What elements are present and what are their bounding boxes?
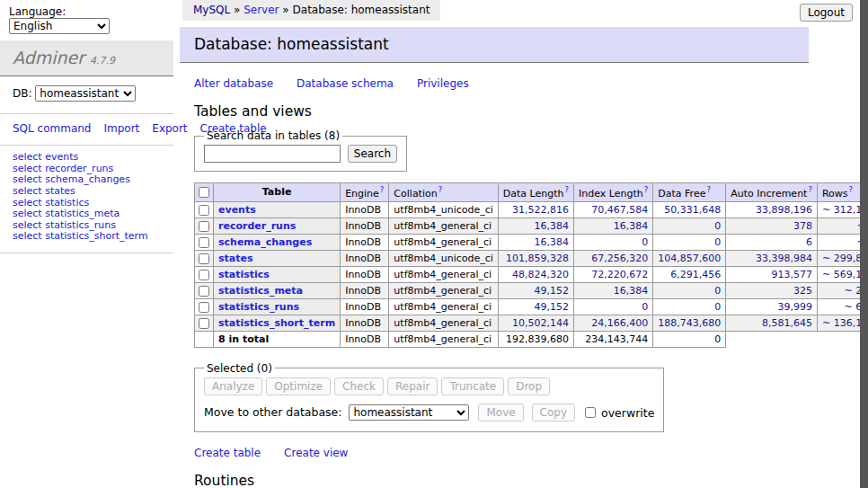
help-link[interactable]: ? xyxy=(706,185,711,194)
optimize-button[interactable]: Optimize xyxy=(266,377,331,395)
data-free-cell: 0 xyxy=(653,217,726,234)
data-length-cell: 48,824,320 xyxy=(498,266,573,282)
row-checkbox[interactable] xyxy=(199,286,209,297)
collation-cell: utf8mb4_general_ci xyxy=(389,282,498,298)
sidebar-table-list: select eventsselect recorder_runsselect … xyxy=(0,146,173,253)
copy-button[interactable]: Copy xyxy=(532,404,575,421)
row-checkbox[interactable] xyxy=(199,318,209,329)
language-form: Language: English xyxy=(0,0,173,40)
main-content: Database: homeassistant Alter databaseDa… xyxy=(180,27,809,488)
collation-cell: utf8mb4_general_ci xyxy=(389,266,498,282)
auto-increment-cell: 325 xyxy=(726,282,818,298)
help-link[interactable]: ? xyxy=(380,185,385,194)
help-link[interactable]: ? xyxy=(565,185,570,194)
row-checkbox[interactable] xyxy=(199,237,209,248)
row-select-cell xyxy=(195,315,214,331)
row-checkbox[interactable] xyxy=(199,221,209,232)
help-link[interactable]: ? xyxy=(849,185,854,194)
repair-button[interactable]: Repair xyxy=(387,377,438,395)
sidebar-link[interactable]: Import xyxy=(103,122,139,135)
create-link[interactable]: Create view xyxy=(284,447,348,459)
help-link[interactable]: ? xyxy=(644,185,649,194)
sidebar-table-link[interactable]: select statistics_short_term xyxy=(13,230,148,242)
table-name-link[interactable]: recorder_runs xyxy=(218,220,296,232)
collation-cell: utf8mb4_general_ci xyxy=(389,234,498,250)
row-checkbox[interactable] xyxy=(199,253,209,264)
column-header-auto-increment: Auto Increment? xyxy=(726,183,818,202)
tables-heading: Tables and views xyxy=(194,103,809,120)
data-free-cell: 50,331,648 xyxy=(653,201,726,217)
table-name-cell: schema_changes xyxy=(214,234,341,250)
table-name-link[interactable]: statistics_short_term xyxy=(218,317,335,329)
overwrite-label: overwrite xyxy=(601,405,654,419)
breadcrumb-separator: » xyxy=(230,4,244,16)
logout-button[interactable]: Logout xyxy=(800,4,853,22)
row-checkbox[interactable] xyxy=(199,302,209,313)
total-data-length-cell: 192,839,680 xyxy=(498,331,573,347)
engine-cell: InnoDB xyxy=(341,201,389,217)
table-name-link[interactable]: schema_changes xyxy=(218,236,312,248)
table-name-cell: statistics_meta xyxy=(214,282,341,298)
database-action-link[interactable]: Database schema xyxy=(297,77,394,90)
table-row: recorder_runsInnoDButf8mb4_general_ci16,… xyxy=(195,217,868,234)
table-name-link[interactable]: states xyxy=(218,253,253,264)
select-all-checkbox[interactable] xyxy=(199,187,209,198)
content-inner: Alter databaseDatabase schemaPrivileges … xyxy=(180,77,809,488)
breadcrumb-item[interactable]: Server xyxy=(244,4,279,16)
help-link[interactable]: ? xyxy=(808,185,812,194)
database-action-link[interactable]: Alter database xyxy=(194,77,273,90)
table-name-link[interactable]: events xyxy=(218,204,256,216)
create-link[interactable]: Create table xyxy=(194,447,261,459)
breadcrumb-item[interactable]: MySQL xyxy=(193,4,230,16)
move-button[interactable]: Move xyxy=(478,404,523,421)
index-length-cell: 0 xyxy=(574,298,653,315)
column-header-data-length: Data Length? xyxy=(498,183,573,202)
sidebar-table-link[interactable]: select statistics xyxy=(13,197,89,209)
analyze-button[interactable]: Analyze xyxy=(204,377,262,395)
table-name-cell: statistics_runs xyxy=(214,298,341,315)
sidebar-link[interactable]: SQL command xyxy=(13,122,91,135)
data-length-cell: 49,152 xyxy=(498,298,573,315)
data-length-cell: 10,502,144 xyxy=(498,315,573,331)
data-length-cell: 31,522,816 xyxy=(498,201,573,217)
tables-body: eventsInnoDButf8mb4_unicode_ci31,522,816… xyxy=(195,201,868,331)
row-checkbox[interactable] xyxy=(199,205,209,216)
truncate-button[interactable]: Truncate xyxy=(441,377,504,395)
sidebar-table-link[interactable]: select states xyxy=(13,185,75,197)
table-name-link[interactable]: statistics_meta xyxy=(218,285,303,297)
check-button[interactable]: Check xyxy=(334,377,384,395)
sidebar-table-link[interactable]: select recorder_runs xyxy=(13,163,113,174)
routines-heading: Routines xyxy=(194,473,809,488)
column-header-index-length: Index Length? xyxy=(574,183,653,202)
language-label: Language: xyxy=(9,5,66,18)
search-button[interactable]: Search xyxy=(348,145,397,163)
search-input[interactable] xyxy=(204,145,341,163)
column-header-collation: Collation? xyxy=(389,183,498,202)
column-header-data-free: Data Free? xyxy=(653,183,726,202)
sidebar-table-link[interactable]: select statistics_meta xyxy=(13,208,120,219)
language-select[interactable]: English xyxy=(9,18,110,34)
sidebar-table-link[interactable]: select statistics_runs xyxy=(13,219,116,231)
page-scrollbar[interactable] xyxy=(860,0,868,488)
table-name-link[interactable]: statistics_runs xyxy=(218,301,299,313)
sidebar-table-link[interactable]: select schema_changes xyxy=(13,173,130,185)
collation-cell: utf8mb4_unicode_ci xyxy=(389,250,498,266)
overwrite-checkbox[interactable] xyxy=(585,407,596,418)
database-action-link[interactable]: Privileges xyxy=(417,77,469,90)
row-checkbox[interactable] xyxy=(199,270,209,280)
app-version: 4.7.9 xyxy=(90,55,115,67)
table-name-cell: statistics xyxy=(214,266,341,282)
search-legend: Search data in tables (8) xyxy=(204,129,342,142)
engine-cell: InnoDB xyxy=(341,282,389,298)
db-select[interactable]: homeassistant xyxy=(35,85,136,102)
sidebar-table-link[interactable]: select events xyxy=(13,151,78,163)
selected-fieldset: Selected (0) AnalyzeOptimizeCheckRepairT… xyxy=(194,362,664,432)
table-row: statisticsInnoDButf8mb4_general_ci48,824… xyxy=(195,266,868,282)
table-row: statesInnoDButf8mb4_unicode_ci101,859,32… xyxy=(195,250,868,266)
table-name-link[interactable]: statistics xyxy=(218,269,270,280)
help-link[interactable]: ? xyxy=(438,185,443,194)
drop-button[interactable]: Drop xyxy=(508,377,550,395)
engine-cell: InnoDB xyxy=(341,315,389,331)
table-row: eventsInnoDButf8mb4_unicode_ci31,522,816… xyxy=(195,201,868,217)
move-database-select[interactable]: homeassistant xyxy=(349,404,469,421)
